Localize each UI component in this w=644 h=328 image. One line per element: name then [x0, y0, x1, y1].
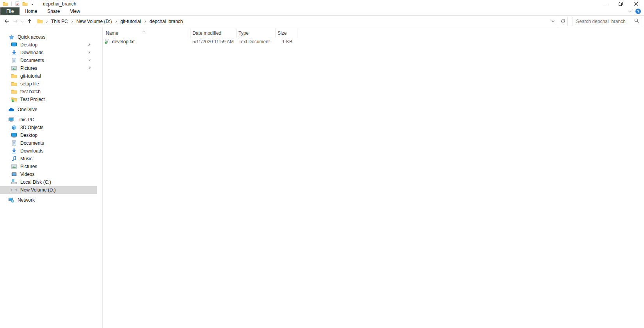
breadcrumb-this-pc[interactable]: This PC — [49, 19, 70, 24]
expand-ribbon-icon[interactable] — [628, 9, 632, 14]
sidebar-item-test-batch[interactable]: test batch — [0, 88, 97, 96]
tab-file[interactable]: File — [0, 7, 20, 15]
breadcrumb-separator: › — [70, 19, 75, 24]
address-folder-icon — [37, 18, 43, 24]
disk-icon — [11, 187, 17, 193]
column-header-type[interactable]: Type — [237, 28, 276, 38]
close-button[interactable] — [628, 0, 644, 7]
sidebar-item-downloads-pc[interactable]: Downloads — [0, 147, 97, 155]
address-bar[interactable]: › This PC › New Volume (D:) › git-tutori… — [35, 17, 568, 26]
pin-icon — [87, 50, 91, 55]
column-header-date-modified[interactable]: Date modified — [190, 28, 237, 38]
restore-button[interactable] — [613, 0, 628, 7]
sidebar-section-onedrive[interactable]: OneDrive — [0, 106, 97, 113]
pictures-icon — [11, 65, 17, 71]
sidebar-item-pictures[interactable]: Pictures — [0, 64, 97, 72]
desktop-icon — [11, 132, 17, 138]
title-bar: depchai_branch — [0, 0, 644, 7]
sidebar-item-setup-file[interactable]: setup file — [0, 80, 97, 88]
sidebar-section-label: Network — [18, 197, 35, 203]
forward-button[interactable] — [11, 17, 20, 26]
minimize-button[interactable] — [597, 0, 613, 7]
breadcrumb-separator: › — [114, 19, 118, 24]
music-icon — [11, 156, 17, 162]
tab-share[interactable]: Share — [42, 7, 65, 15]
sidebar-item-label: Videos — [20, 172, 34, 177]
sidebar-item-label: test batch — [20, 89, 41, 94]
breadcrumb-depchai-branch[interactable]: depchai_branch — [148, 19, 185, 24]
windows-disk-icon — [11, 179, 17, 185]
file-explorer-window: depchai_branch File Home Share View ? › … — [0, 0, 644, 328]
sidebar-item-label: Downloads — [20, 50, 43, 55]
back-button[interactable] — [2, 17, 11, 26]
column-headers: Name Date modified Type Size — [103, 28, 644, 38]
file-list-pane[interactable]: Name Date modified Type Size develop.txt… — [103, 27, 644, 328]
sidebar-item-documents[interactable]: Documents — [0, 57, 97, 64]
onedrive-cloud-icon — [8, 106, 14, 113]
pin-icon — [87, 66, 91, 70]
column-header-size[interactable]: Size — [276, 28, 297, 38]
search-input[interactable] — [576, 19, 634, 24]
folder-icon — [11, 73, 17, 79]
quick-access-toolbar — [3, 1, 39, 7]
sidebar-section-label: OneDrive — [18, 107, 37, 112]
sidebar-item-label: New Volume (D:) — [20, 187, 56, 193]
sidebar-section-quick-access[interactable]: Quick access — [0, 33, 97, 41]
sidebar-item-pictures-pc[interactable]: Pictures — [0, 163, 97, 170]
sidebar-item-test-project[interactable]: Test Project — [0, 96, 97, 103]
sidebar-item-new-volume-d[interactable]: New Volume (D:) — [0, 186, 97, 194]
breadcrumb-new-volume-d[interactable]: New Volume (D:) — [75, 19, 114, 24]
divider — [38, 2, 38, 6]
breadcrumb-separator: › — [44, 19, 49, 24]
up-button[interactable] — [25, 17, 34, 26]
breadcrumb-separator: › — [143, 19, 148, 24]
tab-view[interactable]: View — [65, 7, 85, 15]
sidebar-item-music[interactable]: Music — [0, 155, 97, 163]
documents-icon — [11, 140, 17, 146]
sidebar-item-git-tutorial[interactable]: git-tutorial — [0, 72, 97, 80]
sidebar-item-local-disk-c[interactable]: Local Disk (C:) — [0, 178, 97, 186]
sidebar-item-documents-pc[interactable]: Documents — [0, 139, 97, 147]
computer-icon — [8, 117, 14, 123]
file-name: develop.txt — [112, 39, 135, 44]
sidebar-item-label: 3D Objects — [20, 125, 43, 130]
sidebar-item-label: Local Disk (C:) — [20, 179, 51, 185]
videos-icon — [11, 171, 17, 177]
sidebar-section-label: Quick access — [18, 34, 45, 40]
sidebar-item-3d-objects[interactable]: 3D Objects — [0, 124, 97, 131]
file-row-develop-txt[interactable]: develop.txt 5/11/2020 11:59 AM Text Docu… — [103, 38, 644, 45]
column-header-name[interactable]: Name — [103, 28, 190, 38]
tab-home[interactable]: Home — [20, 7, 42, 15]
sidebar-item-label: Test Project — [20, 97, 45, 102]
sidebar-item-label: Pictures — [20, 164, 37, 169]
refresh-icon[interactable] — [558, 17, 568, 26]
properties-check-icon[interactable] — [15, 1, 20, 6]
sidebar-item-label: Documents — [20, 140, 44, 146]
search-icon[interactable] — [634, 18, 639, 25]
caption-buttons — [597, 0, 644, 7]
pin-icon — [87, 58, 91, 62]
folder-icon — [11, 81, 17, 87]
pictures-icon — [11, 163, 17, 170]
sidebar-item-videos[interactable]: Videos — [0, 170, 97, 178]
sidebar-section-this-pc[interactable]: This PC — [0, 116, 97, 124]
file-date-modified: 5/11/2020 11:59 AM — [190, 39, 237, 44]
sidebar-item-downloads[interactable]: Downloads — [0, 49, 97, 57]
new-folder-icon[interactable] — [22, 1, 28, 7]
sidebar-item-desktop-pc[interactable]: Desktop — [0, 131, 97, 139]
address-dropdown-icon[interactable] — [548, 17, 558, 26]
sidebar-item-label: Music — [20, 156, 32, 161]
breadcrumb-git-tutorial[interactable]: git-tutorial — [118, 19, 143, 24]
file-size: 1 KB — [276, 39, 297, 44]
downloads-icon — [11, 148, 17, 154]
desktop-icon — [11, 42, 17, 48]
sort-ascending-icon — [142, 28, 146, 34]
recent-locations-icon[interactable] — [20, 17, 25, 26]
help-icon[interactable]: ? — [635, 9, 641, 14]
sidebar-item-label: Desktop — [20, 42, 37, 48]
sidebar-item-label: git-tutorial — [20, 73, 41, 79]
sidebar-item-desktop[interactable]: Desktop — [0, 41, 97, 49]
sidebar-section-network[interactable]: Network — [0, 196, 97, 204]
pin-icon — [87, 43, 91, 47]
customize-quick-access-toolbar-icon[interactable] — [30, 2, 35, 6]
